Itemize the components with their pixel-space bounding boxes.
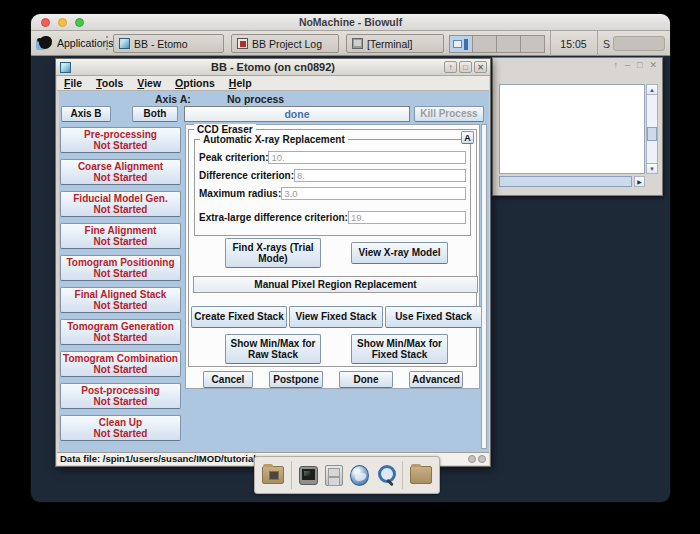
data-file-label: Data file: /spin1/users/susanc/IMOD/tuto… [60, 453, 276, 464]
etomo-titlebar[interactable]: BB - Etomo (on cn0892) ↑ □ ✕ [56, 59, 490, 76]
both-button[interactable]: Both [132, 106, 178, 122]
vscroll-thumb[interactable] [647, 127, 657, 141]
view-xray-model-button[interactable]: View X-ray Model [351, 242, 448, 264]
step-tomogram-positioning[interactable]: Tomogram PositioningNot Started [60, 255, 181, 281]
menu-help[interactable]: Help [222, 77, 259, 89]
etomo-task-icon [119, 38, 130, 49]
axis-panel-scrollbar[interactable] [481, 124, 487, 449]
project-log-window: ↑ – □ ✕ ▲ ▼ ▶ [492, 57, 663, 196]
ccd-eraser-panel: CCD Eraser Automatic X-ray Replacement P… [185, 124, 480, 389]
menu-view[interactable]: View [130, 77, 168, 89]
done-button[interactable]: Done [339, 371, 393, 388]
workspace-2[interactable] [473, 35, 497, 53]
dock-separator [291, 461, 292, 489]
terminal-task-icon [352, 38, 363, 49]
task-label: [Terminal] [367, 38, 413, 50]
nomachine-desktop: NoMachine - Biowulf Applications BB - Et… [31, 14, 670, 502]
task-button-etomo[interactable]: BB - Etomo [113, 34, 224, 53]
etomo-window-controls: ↑ □ ✕ [444, 61, 487, 73]
advanced-button[interactable]: Advanced [409, 371, 463, 388]
task-label: BB - Etomo [134, 38, 188, 50]
task-button-project-log[interactable]: BB Project Log [231, 34, 339, 53]
taskbar-separator [106, 36, 108, 51]
web-browser-icon[interactable] [350, 465, 369, 486]
step-clean-up[interactable]: Clean UpNot Started [60, 415, 181, 441]
task-button-terminal[interactable]: [Terminal] [346, 34, 444, 53]
close-icon[interactable]: ✕ [474, 61, 487, 73]
step-coarse-alignment[interactable]: Coarse AlignmentNot Started [60, 159, 181, 185]
show-minmax-raw-button[interactable]: Show Min/Max for Raw Stack [225, 334, 321, 364]
create-fixed-stack-button[interactable]: Create Fixed Stack [191, 306, 287, 328]
maximum-radius-input[interactable] [281, 187, 466, 200]
step-tomogram-generation[interactable]: Tomogram GenerationNot Started [60, 319, 181, 345]
project-log-text-area[interactable] [499, 84, 645, 174]
step-pre-processing[interactable]: Pre-processingNot Started [60, 127, 181, 153]
project-log-hscrollbar[interactable] [499, 176, 632, 187]
resize-grip[interactable] [468, 455, 486, 463]
tray-label: S [603, 38, 610, 50]
menu-file[interactable]: File [57, 77, 89, 89]
etomo-axis-panel: Axis A: No process Axis B Both done Kill… [59, 91, 489, 454]
applications-menu[interactable]: Applications [36, 33, 114, 53]
process-step-list: Pre-processingNot Started Coarse Alignme… [60, 127, 181, 441]
cancel-button[interactable]: Cancel [203, 371, 253, 388]
step-fiducial-model[interactable]: Fiducial Model Gen.Not Started [60, 191, 181, 217]
progress-bar: done [184, 106, 410, 122]
extra-large-difference-input[interactable] [348, 211, 466, 224]
window-title: NoMachine - Biowulf [31, 16, 670, 28]
step-tomogram-combination[interactable]: Tomogram CombinationNot Started [60, 351, 181, 377]
dock-separator [402, 461, 403, 489]
use-fixed-stack-button[interactable]: Use Fixed Stack [385, 306, 482, 328]
file-cabinet-icon[interactable] [325, 465, 342, 486]
manual-pixel-region-header[interactable]: Manual Pixel Region Replacement [193, 276, 478, 293]
peak-criterion-field: Peak criterion: [199, 150, 466, 165]
axis-a-label: Axis A: [155, 93, 191, 105]
system-tray: S [597, 31, 670, 56]
difference-criterion-input[interactable] [294, 169, 466, 182]
extra-large-difference-field: Extra-large difference criterion: [199, 210, 466, 225]
etomo-title: BB - Etomo (on cn0892) [56, 61, 490, 73]
minimize-icon[interactable]: – [625, 60, 630, 70]
kill-process-button[interactable]: Kill Process [414, 106, 484, 122]
menu-tools[interactable]: Tools [89, 77, 130, 89]
step-final-aligned-stack[interactable]: Final Aligned StackNot Started [60, 287, 181, 313]
peak-criterion-input[interactable] [268, 151, 466, 164]
maximize-icon[interactable]: □ [637, 60, 642, 70]
show-minmax-fixed-button[interactable]: Show Min/Max for Fixed Stack [351, 334, 448, 364]
maximize-icon[interactable]: □ [459, 61, 472, 73]
search-icon[interactable] [376, 464, 396, 486]
menu-options[interactable]: Options [168, 77, 222, 89]
process-status-label: No process [227, 93, 284, 105]
tray-applet[interactable] [613, 36, 665, 51]
manual-expand-button[interactable]: A [461, 131, 474, 144]
dock [254, 456, 440, 494]
terminal-dock-icon[interactable] [299, 466, 319, 485]
clock[interactable]: 15:05 [550, 31, 596, 56]
documents-folder-icon[interactable] [262, 466, 284, 484]
task-label: BB Project Log [252, 38, 322, 50]
screenshot-root: NoMachine - Biowulf Applications BB - Et… [0, 0, 700, 534]
workspace-4[interactable] [521, 35, 545, 53]
step-fine-alignment[interactable]: Fine AlignmentNot Started [60, 223, 181, 249]
plain-folder-icon[interactable] [410, 466, 432, 484]
project-log-vscrollbar[interactable]: ▲ ▼ [646, 84, 658, 174]
workspace-1[interactable] [449, 35, 473, 53]
pager-window-icon [453, 40, 462, 48]
ccd-eraser-group: CCD Eraser Automatic X-ray Replacement P… [188, 129, 477, 367]
close-icon[interactable]: ✕ [649, 60, 657, 70]
workspace-3[interactable] [497, 35, 521, 53]
project-log-controls: ↑ – □ ✕ [614, 60, 658, 70]
postpone-button[interactable]: Postpone [269, 371, 323, 388]
scroll-down-icon[interactable]: ▼ [647, 163, 657, 173]
step-post-processing[interactable]: Post-processingNot Started [60, 383, 181, 409]
view-fixed-stack-button[interactable]: View Fixed Stack [289, 306, 383, 328]
mac-titlebar: NoMachine - Biowulf [31, 14, 670, 31]
shade-icon[interactable]: ↑ [614, 60, 619, 70]
scroll-right-icon[interactable]: ▶ [634, 176, 645, 187]
axis-b-button[interactable]: Axis B [61, 106, 111, 122]
find-xrays-button[interactable]: Find X-rays (Trial Mode) [225, 238, 321, 268]
maximum-radius-field: Maximum radius: [199, 186, 466, 201]
shade-icon[interactable]: ↑ [444, 61, 457, 73]
workspace-pager [449, 35, 545, 53]
scroll-up-icon[interactable]: ▲ [647, 85, 657, 95]
